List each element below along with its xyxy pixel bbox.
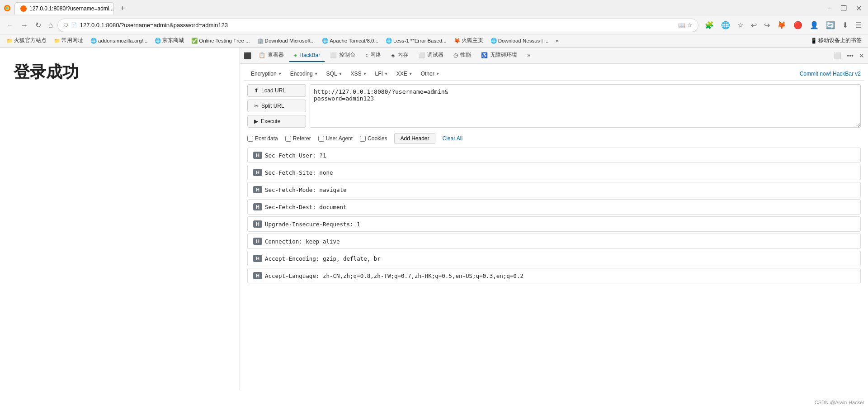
split-url-button[interactable]: ✂ Split URL (247, 100, 306, 112)
active-tab[interactable]: 127.0.0.1:8080/?username=admi... ✕ (14, 2, 114, 14)
header-h-badge[interactable]: H (253, 152, 262, 159)
header-h-badge[interactable]: H (253, 255, 262, 262)
menu-xss[interactable]: XSS ▼ (347, 69, 371, 78)
devtools-undock-button[interactable]: ⬛ (242, 50, 253, 61)
bookmark-folder-icon: 📁 (6, 38, 13, 44)
bookmark-item-foxhome[interactable]: 🦊 火狐主页 (451, 36, 486, 45)
container-icon[interactable]: 🦊 (774, 19, 789, 31)
clear-all-button[interactable]: Clear All (443, 135, 463, 142)
bookmark-item-common[interactable]: 📁 常用网址 (51, 36, 86, 45)
bookmark-item-nessus[interactable]: 🌐 Download Nessus | ... (488, 37, 552, 45)
bookmark-item-tomcat[interactable]: 🌐 Apache Tomcat/8.0... (319, 37, 381, 45)
play-icon: ▶ (254, 118, 258, 124)
account-icon[interactable]: 👤 (807, 19, 821, 31)
extensions-icon[interactable]: 🧩 (702, 19, 717, 31)
header-h-badge[interactable]: H (253, 169, 262, 176)
devtools-ellipsis-button[interactable]: ••• (845, 50, 855, 61)
header-h-badge[interactable]: H (253, 238, 262, 245)
devtools-toolbar: ⬛ 📋 查看器 ● HackBar ⬜ 控制台 ↕ 网络 ◈ 内存 (240, 48, 868, 64)
download-icon[interactable]: ⬇ (840, 19, 851, 31)
tab-network[interactable]: ↕ 网络 (361, 48, 386, 62)
nav-extra-1[interactable]: ↩ (748, 19, 760, 31)
add-header-button[interactable]: Add Header (394, 133, 435, 144)
bookmark-folder-icon: 📁 (54, 38, 60, 44)
reader-view-icon: 📖 (678, 22, 685, 29)
devtools-close-button[interactable]: ✕ (857, 50, 866, 61)
user-agent-checkbox[interactable]: User Agent (318, 135, 353, 142)
page-content: 登录成功 ⬛ 📋 查看器 ● HackBar ⬜ 控制台 ↕ 网络 ◈ (0, 48, 868, 390)
tab-accessibility[interactable]: ♿ 无障碍环境 (476, 48, 522, 62)
star-icon[interactable]: ☆ (735, 19, 746, 31)
encryption-arrow-icon: ▼ (278, 72, 282, 76)
address-bar[interactable]: 🛡 📄 127.0.0.1:8080/?username=admin&passw… (57, 19, 698, 32)
menu-xxe[interactable]: XXE ▼ (393, 69, 416, 78)
menu-encoding[interactable]: Encoding ▼ (287, 69, 322, 78)
header-value: Accept-Language: zh-CN,zh;q=0.8,zh-TW;q=… (265, 272, 524, 279)
referer-checkbox[interactable]: Referer (285, 135, 311, 142)
post-data-input[interactable] (247, 136, 253, 142)
user-agent-input[interactable] (318, 136, 324, 142)
headers-list: H Sec-Fetch-User: ?1 H Sec-Fetch-Site: n… (244, 148, 864, 283)
nav-extra-2[interactable]: ↪ (761, 19, 773, 31)
scissors-icon: ✂ (254, 103, 259, 109)
tab-memory[interactable]: ◈ 内存 (387, 48, 413, 62)
bookmark-more[interactable]: » (553, 37, 561, 44)
menu-encryption[interactable]: Encryption ▼ (247, 69, 286, 78)
commit-link[interactable]: Commit now! HackBar v2 (800, 71, 861, 77)
nav-bar: ← → ↻ ⌂ 🛡 📄 127.0.0.1:8080/?username=adm… (0, 16, 868, 34)
header-row-sec-fetch-site: H Sec-Fetch-Site: none (247, 165, 861, 180)
address-text[interactable]: 127.0.0.1:8080/?username=admin&password=… (80, 22, 675, 29)
referer-input[interactable] (285, 136, 291, 142)
restore-button[interactable]: ❐ (838, 2, 849, 14)
bookmark-mobile[interactable]: 📱 移动设备上的书签 (808, 36, 864, 45)
bookmark-star-icon[interactable]: ☆ (687, 22, 693, 29)
bookmark-item-less1[interactable]: 🌐 Less-1 **Error Based... (383, 37, 449, 45)
cookies-input[interactable] (360, 136, 366, 142)
xss-arrow-icon: ▼ (363, 72, 367, 76)
tab-inspector[interactable]: 📋 查看器 (254, 48, 288, 62)
menu-button[interactable]: ☰ (853, 19, 864, 31)
bookmark-item-testing[interactable]: ✅ Online Testing Free ... (189, 37, 252, 45)
header-h-badge[interactable]: H (253, 220, 262, 228)
tab-debugger[interactable]: ⬜ 调试器 (414, 48, 448, 62)
devtools-responsive-button[interactable]: ⬜ (832, 50, 843, 61)
bookmark-mobile-icon: 📱 (811, 38, 817, 44)
reload-button[interactable]: ↻ (33, 19, 44, 31)
home-button[interactable]: ⌂ (46, 19, 56, 31)
bookmark-label: 常用网址 (61, 37, 83, 44)
console-icon: ⬜ (330, 52, 337, 58)
bookmark-item-addons[interactable]: 🌐 addons.mozilla.org/... (88, 37, 150, 45)
execute-button[interactable]: ▶ Execute (247, 115, 306, 128)
bookmark-label: 移动设备上的书签 (818, 37, 862, 44)
header-h-badge[interactable]: H (253, 272, 262, 279)
load-url-button[interactable]: ⬆ Load URL (247, 84, 306, 97)
svg-point-2 (6, 7, 9, 10)
tab-performance[interactable]: ◷ 性能 (449, 48, 476, 62)
menu-other[interactable]: Other ▼ (417, 69, 443, 78)
back-button[interactable]: ← (4, 19, 16, 31)
vpn-icon[interactable]: 🔴 (791, 19, 805, 31)
bookmark-item-foxofficial[interactable]: 📁 火狐官方站点 (4, 36, 49, 45)
bookmark-label: Apache Tomcat/8.0... (330, 38, 378, 43)
new-tab-button[interactable]: + (118, 4, 128, 13)
cookies-checkbox[interactable]: Cookies (360, 135, 387, 142)
header-row-connection: H Connection: keep-alive (247, 234, 861, 249)
bookmark-globe-icon: 🌐 (386, 38, 392, 44)
menu-sql[interactable]: SQL ▼ (323, 69, 346, 78)
forward-button[interactable]: → (18, 19, 31, 31)
header-h-badge[interactable]: H (253, 186, 262, 193)
post-data-checkbox[interactable]: Post data (247, 135, 278, 142)
tab-hackbar[interactable]: ● HackBar (289, 49, 325, 62)
sync-icon[interactable]: 🔄 (823, 19, 838, 31)
minimize-button[interactable]: − (825, 2, 834, 14)
url-input[interactable]: http://127.0.0.1:8080/?username=admin& p… (310, 84, 861, 128)
header-value: Connection: keep-alive (265, 238, 340, 245)
header-h-badge[interactable]: H (253, 203, 262, 210)
translate-icon[interactable]: 🌐 (718, 19, 733, 31)
menu-lfi[interactable]: LFI ▼ (371, 69, 392, 78)
tab-more[interactable]: » (523, 49, 535, 62)
bookmark-item-jd[interactable]: 🌐 京东商城 (152, 36, 187, 45)
close-button[interactable]: ✕ (853, 2, 864, 14)
bookmark-item-microsoft[interactable]: 🏢 Download Microsoft... (255, 37, 318, 45)
tab-console[interactable]: ⬜ 控制台 (326, 48, 360, 62)
